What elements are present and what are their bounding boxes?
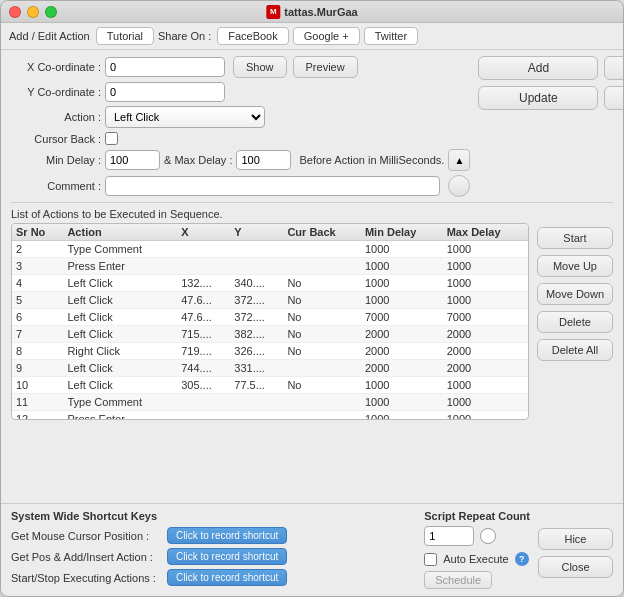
y-coordinate-row: Y Co-ordinate :: [11, 82, 470, 102]
x-coordinate-row: X Co-ordinate : Show Preview: [11, 56, 470, 78]
y-label: Y Co-ordinate :: [11, 86, 101, 98]
cell-y: 372....: [230, 309, 283, 326]
cell-sr: 5: [12, 292, 63, 309]
cell-max: 7000: [443, 309, 528, 326]
preview-btn[interactable]: Preview: [293, 56, 358, 78]
cell-min: 2000: [361, 360, 443, 377]
cell-action: Left Click: [63, 360, 177, 377]
twitter-btn[interactable]: Twitter: [364, 27, 418, 45]
main-area: Sr No Action X Y Cur Back Min Delay Max …: [11, 223, 613, 420]
cell-sr: 4: [12, 275, 63, 292]
delete-btn[interactable]: Delete: [537, 311, 613, 333]
cell-max: 1000: [443, 394, 528, 411]
radio-circle[interactable]: [480, 528, 496, 544]
table-wrapper[interactable]: Sr No Action X Y Cur Back Min Delay Max …: [12, 224, 528, 419]
comment-input[interactable]: [105, 176, 440, 196]
share-on-label: Share On :: [158, 30, 211, 42]
cell-sr: 10: [12, 377, 63, 394]
load-btn[interactable]: Load: [604, 56, 623, 80]
table-row[interactable]: 7 Left Click 715.... 382.... No 2000 200…: [12, 326, 528, 343]
shortcut2-btn[interactable]: Click to record shortcut: [167, 548, 287, 565]
cell-cur: [283, 394, 361, 411]
cell-cur: No: [283, 377, 361, 394]
auto-execute-checkbox[interactable]: [424, 553, 437, 566]
cell-min: 2000: [361, 343, 443, 360]
show-btn[interactable]: Show: [233, 56, 287, 78]
google-btn[interactable]: Google +: [293, 27, 360, 45]
cell-action: Left Click: [63, 309, 177, 326]
repeat-row: [424, 526, 530, 546]
shortcut3-row: Start/Stop Executing Actions : Click to …: [11, 569, 408, 586]
save-btn[interactable]: Save: [604, 86, 623, 110]
shortcut2-label: Get Pos & Add/Insert Action :: [11, 551, 161, 563]
bottom-section: System Wide Shortcut Keys Get Mouse Curs…: [1, 503, 623, 596]
col-y: Y: [230, 224, 283, 241]
cell-action: Press Enter: [63, 411, 177, 420]
table-row[interactable]: 11 Type Comment 1000 1000: [12, 394, 528, 411]
cell-y: 326....: [230, 343, 283, 360]
hide-btn[interactable]: Hice: [538, 528, 613, 550]
cell-cur: No: [283, 326, 361, 343]
table-row[interactable]: 9 Left Click 744.... 331.... 2000 2000: [12, 360, 528, 377]
hide-close-buttons: Hice Close: [538, 510, 613, 590]
list-title: List of Actions to be Executed in Sequen…: [11, 208, 613, 220]
cell-x: 719....: [177, 343, 230, 360]
traffic-lights: [9, 6, 57, 18]
cell-max: 1000: [443, 241, 528, 258]
shortcut3-label: Start/Stop Executing Actions :: [11, 572, 161, 584]
col-sr: Sr No: [12, 224, 63, 241]
shortcut3-btn[interactable]: Click to record shortcut: [167, 569, 287, 586]
schedule-btn[interactable]: Schedule: [424, 571, 492, 589]
close-btn[interactable]: Close: [538, 556, 613, 578]
cell-action: Left Click: [63, 292, 177, 309]
window-title-area: M tattas.MurGaa: [266, 5, 357, 19]
update-btn[interactable]: Update: [478, 86, 598, 110]
table-row[interactable]: 3 Press Enter 1000 1000: [12, 258, 528, 275]
tutorial-btn[interactable]: Tutorial: [96, 27, 154, 45]
bottom-left: System Wide Shortcut Keys Get Mouse Curs…: [11, 510, 408, 590]
cell-action: Right Click: [63, 343, 177, 360]
cell-min: 7000: [361, 309, 443, 326]
updown-btn[interactable]: ▲: [448, 149, 470, 171]
minimize-traffic-light[interactable]: [27, 6, 39, 18]
start-btn[interactable]: Start: [537, 227, 613, 249]
table-row[interactable]: 4 Left Click 132.... 340.... No 1000 100…: [12, 275, 528, 292]
delete-all-btn[interactable]: Delete All: [537, 339, 613, 361]
facebook-btn[interactable]: FaceBook: [217, 27, 289, 45]
cursor-back-checkbox[interactable]: [105, 132, 118, 145]
action-select[interactable]: Left Click: [105, 106, 265, 128]
update-save-row: Update Save: [478, 86, 623, 110]
cell-action: Left Click: [63, 377, 177, 394]
cell-max: 1000: [443, 258, 528, 275]
cell-y: 340....: [230, 275, 283, 292]
shortcut1-label: Get Mouse Cursor Position :: [11, 530, 161, 542]
close-traffic-light[interactable]: [9, 6, 21, 18]
x-input[interactable]: [105, 57, 225, 77]
table-row[interactable]: 2 Type Comment 1000 1000: [12, 241, 528, 258]
max-delay-input[interactable]: [236, 150, 291, 170]
min-delay-input[interactable]: [105, 150, 160, 170]
maximize-traffic-light[interactable]: [45, 6, 57, 18]
shortcut1-btn[interactable]: Click to record shortcut: [167, 527, 287, 544]
cell-x: [177, 241, 230, 258]
cell-min: 1000: [361, 411, 443, 420]
move-up-btn[interactable]: Move Up: [537, 255, 613, 277]
add-btn[interactable]: Add: [478, 56, 598, 80]
table-row[interactable]: 5 Left Click 47.6... 372.... No 1000 100…: [12, 292, 528, 309]
table-row[interactable]: 8 Right Click 719.... 326.... No 2000 20…: [12, 343, 528, 360]
repeat-input[interactable]: [424, 526, 474, 546]
y-input[interactable]: [105, 82, 225, 102]
table-row[interactable]: 6 Left Click 47.6... 372.... No 7000 700…: [12, 309, 528, 326]
move-down-btn[interactable]: Move Down: [537, 283, 613, 305]
table-row[interactable]: 12 Press Enter 1000 1000: [12, 411, 528, 420]
repeat-area: Script Repeat Count Auto Execute ? Sched…: [424, 510, 530, 590]
cell-y: 331....: [230, 360, 283, 377]
help-btn[interactable]: ?: [515, 552, 529, 566]
cell-sr: 3: [12, 258, 63, 275]
cell-action: Type Comment: [63, 394, 177, 411]
info-circle[interactable]: [448, 175, 470, 197]
cell-max: 1000: [443, 275, 528, 292]
table-row[interactable]: 10 Left Click 305.... 77.5... No 1000 10…: [12, 377, 528, 394]
cell-x: [177, 258, 230, 275]
cell-y: 77.5...: [230, 377, 283, 394]
